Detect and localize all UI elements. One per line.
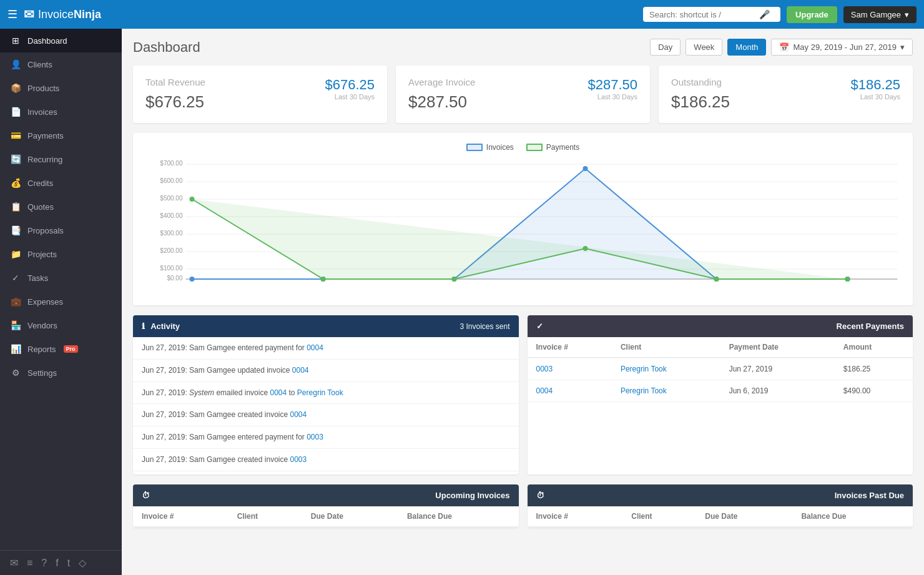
github-icon[interactable]: ◇	[79, 557, 86, 569]
hamburger-icon[interactable]: ☰	[7, 7, 17, 21]
sidebar-item-expenses[interactable]: 💼 Expenses	[0, 290, 122, 313]
sidebar-label-vendors: Vendors	[27, 321, 57, 330]
mic-icon: 🎤	[759, 9, 770, 19]
activity-item: Jun 27, 2019: Sam Gamgee entered payment…	[133, 337, 519, 360]
sidebar-item-settings[interactable]: ⚙ Settings	[0, 361, 122, 385]
email-icon[interactable]: ✉	[10, 557, 18, 569]
col-amount: Amount	[835, 337, 913, 358]
sidebar-item-payments[interactable]: 💳 Payments	[0, 124, 122, 147]
recent-payments-panel: ✓ Recent Payments Invoice # Client Payme…	[528, 315, 913, 474]
date-range-text: May 29, 2019 - Jun 27, 2019	[793, 42, 897, 52]
stat-sub-revenue: Last 30 Days	[325, 93, 375, 101]
topnav: ☰ ✉ InvoiceNinja 🎤 Upgrade Sam Gamgee ▾	[0, 0, 924, 29]
activity-link[interactable]: 0003	[290, 455, 307, 464]
activity-link[interactable]: 0003	[307, 433, 323, 441]
activity-badge: 3 Invoices sent	[460, 322, 509, 331]
expenses-icon: 💼	[10, 297, 21, 307]
invoice-link[interactable]: 0003	[536, 365, 553, 373]
activity-link[interactable]: Peregrin Took	[297, 388, 343, 397]
sidebar-item-vendors[interactable]: 🏪 Vendors	[0, 313, 122, 337]
sidebar-item-invoices[interactable]: 📄 Invoices	[0, 100, 122, 124]
amount: $490.00	[835, 380, 913, 402]
activity-link[interactable]: 0004	[290, 410, 307, 419]
facebook-icon[interactable]: f	[56, 558, 58, 569]
activity-item: Jun 27, 2019: System emailed invoice 000…	[133, 382, 519, 405]
sidebar-item-reports[interactable]: 📊 Reports Pro	[0, 337, 122, 361]
activity-item: Jun 27, 2019: Sam Gamgee updated invoice…	[133, 360, 519, 382]
payments-dot-0	[190, 197, 195, 202]
stat-right-outstanding: $186.25 Last 30 Days	[850, 77, 900, 101]
search-box[interactable]: 🎤	[643, 7, 780, 22]
sidebar-label-tasks: Tasks	[27, 273, 48, 283]
quotes-icon: 📋	[10, 202, 21, 212]
search-input[interactable]	[649, 10, 755, 19]
activity-header-text: ℹ Activity	[142, 322, 180, 331]
twitter-icon[interactable]: t	[67, 558, 70, 569]
svg-text:$700.00: $700.00	[160, 160, 183, 167]
sidebar-item-clients[interactable]: 👤 Clients	[0, 52, 122, 76]
activity-item: Jun 27, 2019: Sam Gamgee entered payment…	[133, 426, 519, 449]
page-title: Dashboard	[133, 39, 200, 56]
svg-text:$400.00: $400.00	[160, 212, 183, 219]
activity-link[interactable]: 0004	[307, 343, 323, 352]
svg-text:$300.00: $300.00	[160, 230, 183, 237]
recent-payments-title: Recent Payments	[837, 322, 904, 331]
main-content: Dashboard Day Week Month 📅 May 29, 2019 …	[122, 29, 924, 575]
table-row: 0003 Peregrin Took Jun 27, 2019 $186.25	[528, 358, 913, 380]
past-due-panel: ⏱ Invoices Past Due Invoice # Client Due…	[528, 484, 913, 528]
products-icon: 📦	[10, 83, 21, 93]
invoice-link[interactable]: 0004	[536, 386, 553, 395]
pro-badge: Pro	[64, 345, 78, 353]
legend-payments: Payments	[526, 143, 579, 152]
settings-icon: ⚙	[10, 368, 21, 378]
period-week-button[interactable]: Week	[686, 39, 722, 56]
payment-date: Jun 6, 2019	[720, 380, 835, 402]
activity-link[interactable]: 0004	[292, 366, 309, 375]
stat-side-value-outstanding: $186.25	[850, 77, 900, 93]
help-icon[interactable]: ?	[41, 558, 47, 569]
client-link[interactable]: Peregrin Took	[621, 365, 667, 373]
sidebar-label-proposals: Proposals	[27, 226, 64, 235]
client-link[interactable]: Peregrin Took	[621, 386, 667, 395]
past-due-col-client: Client	[622, 506, 696, 527]
date-range-button[interactable]: 📅 May 29, 2019 - Jun 27, 2019 ▾	[771, 39, 913, 56]
sidebar-item-projects[interactable]: 📁 Projects	[0, 242, 122, 266]
sidebar-item-dashboard[interactable]: ⊞ Dashboard	[0, 29, 122, 52]
payments-dot-5	[845, 277, 850, 282]
sidebar-item-products[interactable]: 📦 Products	[0, 76, 122, 100]
period-month-button[interactable]: Month	[727, 39, 766, 56]
client-name: Peregrin Took	[612, 358, 720, 380]
activity-list[interactable]: Jun 27, 2019: Sam Gamgee entered payment…	[133, 337, 519, 474]
clients-icon: 👤	[10, 59, 21, 69]
payments-dot-1	[321, 277, 326, 282]
list-icon[interactable]: ≡	[27, 558, 32, 569]
sidebar-item-credits[interactable]: 💰 Credits	[0, 171, 122, 195]
upcoming-clock-icon: ⏱	[142, 491, 150, 500]
upcoming-invoices-panel: ⏱ Upcoming Invoices Invoice # Client Due…	[133, 484, 519, 528]
upgrade-button[interactable]: Upgrade	[787, 6, 837, 23]
payments-dot-3	[583, 246, 588, 251]
chart-card: Invoices Payments $700.00 $600.00 $500.0…	[133, 133, 913, 305]
user-menu-button[interactable]: Sam Gamgee ▾	[843, 6, 917, 23]
sidebar-item-tasks[interactable]: ✓ Tasks	[0, 266, 122, 290]
past-due-header: ⏱ Invoices Past Due	[528, 484, 913, 506]
sidebar-item-quotes[interactable]: 📋 Quotes	[0, 195, 122, 219]
activity-link[interactable]: 0004	[270, 388, 287, 397]
sidebar-item-proposals[interactable]: 📑 Proposals	[0, 219, 122, 242]
col-invoice: Invoice #	[528, 337, 612, 358]
legend-invoices-label: Invoices	[486, 143, 514, 152]
col-client: Client	[612, 337, 720, 358]
period-day-button[interactable]: Day	[650, 39, 681, 56]
svg-text:$500.00: $500.00	[160, 195, 183, 202]
upcoming-col-balance: Balance Due	[398, 506, 519, 527]
payments-dot-2	[452, 277, 457, 282]
sidebar-label-dashboard: Dashboard	[27, 36, 67, 46]
sidebar-label-quotes: Quotes	[27, 202, 54, 212]
sidebar-label-settings: Settings	[27, 368, 57, 378]
stats-row: $676.25 Last 30 Days Total Revenue $676.…	[133, 66, 913, 123]
payments-dot-4	[714, 277, 719, 282]
sidebar-item-recurring[interactable]: 🔄 Recurring	[0, 147, 122, 171]
proposals-icon: 📑	[10, 225, 21, 235]
recent-payments-header: ✓ Recent Payments	[528, 315, 913, 337]
upcoming-col-invoice: Invoice #	[133, 506, 229, 527]
